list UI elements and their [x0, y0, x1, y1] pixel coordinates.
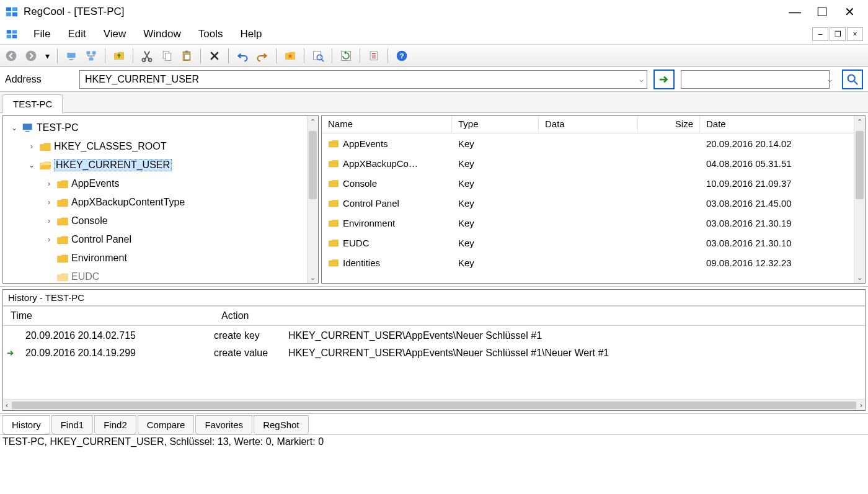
scroll-up-icon[interactable]: ⌃	[854, 116, 865, 127]
paste-button[interactable]	[178, 47, 195, 65]
tab-compare[interactable]: Compare	[138, 415, 195, 434]
scroll-down-icon[interactable]: ⌄	[308, 272, 318, 283]
cut-button[interactable]	[138, 47, 156, 65]
tab-find1[interactable]: Find1	[51, 415, 94, 434]
cell-type: Key	[452, 198, 539, 209]
history-row[interactable]: 20.09.2016 20.14.02.715create keyHKEY_CU…	[3, 327, 865, 344]
expand-icon[interactable]: ›	[44, 235, 54, 244]
search-input[interactable]	[681, 70, 830, 89]
maximize-button[interactable]: ☐	[808, 2, 836, 22]
expand-icon[interactable]: ›	[27, 142, 37, 151]
expand-icon[interactable]: ›	[44, 198, 54, 207]
tree-label: AppEvents	[71, 178, 119, 189]
collapse-icon[interactable]: ⌄	[27, 161, 37, 169]
redo-button[interactable]	[254, 47, 271, 65]
close-button[interactable]: ✕	[836, 2, 863, 22]
cell-type: Key	[452, 218, 539, 228]
refresh-button[interactable]	[337, 47, 355, 65]
tree-item-selected[interactable]: ⌄ HKEY_CURRENT_USER	[3, 156, 318, 174]
svg-rect-7	[12, 34, 17, 38]
history-row[interactable]: 20.09.2016 20.14.19.299create valueHKEY_…	[3, 344, 865, 362]
menu-window[interactable]: Window	[135, 25, 189, 43]
folder-open-icon	[39, 159, 51, 171]
folder-icon	[39, 141, 51, 152]
list-row[interactable]: IdentitiesKey09.08.2016 12.32.23	[322, 253, 865, 272]
column-type[interactable]: Type	[452, 116, 539, 133]
top-tab-testpc[interactable]: TEST-PC	[2, 94, 63, 113]
svg-point-8	[6, 50, 17, 61]
cell-name: Console	[343, 178, 377, 189]
tree-item[interactable]: › AppXBackupContentType	[3, 193, 318, 212]
tree-item[interactable]: › Control Panel	[3, 230, 318, 249]
nav-history-dropdown[interactable]: ▾	[42, 47, 52, 65]
menu-tools[interactable]: Tools	[190, 25, 232, 43]
menu-view[interactable]: View	[95, 25, 135, 43]
tree-panel: ⌄ TEST-PC › HKEY_CLASSES_ROOT ⌄ HKEY_CUR…	[2, 115, 319, 284]
mdi-restore-button[interactable]: ❐	[830, 27, 846, 41]
cell-type: Key	[452, 238, 539, 248]
undo-button[interactable]	[234, 47, 251, 65]
tab-favorites[interactable]: Favorites	[195, 415, 252, 434]
delete-button[interactable]	[206, 47, 223, 65]
history-col-time[interactable]: Time	[3, 310, 214, 321]
tab-regshot[interactable]: RegShot	[254, 415, 308, 434]
minimize-button[interactable]: —	[781, 2, 808, 22]
copy-button[interactable]	[158, 47, 175, 65]
list-row[interactable]: AppEventsKey20.09.2016 20.14.02	[322, 133, 865, 153]
svg-point-15	[143, 58, 146, 61]
list-row[interactable]: ConsoleKey10.09.2016 21.09.37	[322, 173, 865, 193]
collapse-icon[interactable]: ⌄	[9, 124, 19, 132]
expand-icon[interactable]: ›	[44, 217, 54, 225]
scroll-up-icon[interactable]: ⌃	[308, 116, 318, 127]
history-h-scroll[interactable]: ‹ ›	[3, 399, 865, 410]
search-button[interactable]	[842, 70, 863, 89]
tree-item[interactable]: Environment	[3, 249, 318, 267]
chevron-down-icon[interactable]: ⌵	[828, 75, 832, 84]
tree-item[interactable]: › AppEvents	[3, 174, 318, 193]
list-row[interactable]: Control PanelKey03.08.2016 21.45.00	[322, 193, 865, 213]
chevron-down-icon[interactable]: ⌵	[639, 75, 644, 84]
tree-scrollbar[interactable]: ⌃ ⌄	[307, 116, 318, 283]
expand-icon[interactable]: ›	[44, 179, 54, 188]
list-scrollbar[interactable]: ⌃ ⌄	[854, 116, 865, 283]
tree-item[interactable]: EUDC	[3, 267, 318, 284]
connect-button[interactable]	[63, 47, 80, 65]
column-name[interactable]: Name	[322, 116, 452, 133]
tab-find2[interactable]: Find2	[94, 415, 136, 434]
history-action: create key	[214, 330, 288, 341]
history-col-action[interactable]: Action	[214, 310, 865, 321]
favorites-button[interactable]	[281, 47, 299, 65]
scroll-down-icon[interactable]: ⌄	[854, 272, 865, 283]
folder-icon	[328, 258, 339, 267]
menu-help[interactable]: Help	[231, 25, 270, 43]
column-data[interactable]: Data	[539, 116, 638, 133]
history-time: 20.09.2016 20.14.19.299	[18, 348, 214, 359]
address-input[interactable]	[79, 70, 647, 89]
list-row[interactable]: EUDCKey03.08.2016 21.30.10	[322, 233, 865, 253]
column-size[interactable]: Size	[638, 116, 700, 133]
scroll-right-icon[interactable]: ›	[860, 401, 862, 410]
go-button[interactable]	[653, 70, 675, 89]
help-button[interactable]: ?	[393, 47, 410, 65]
find-button[interactable]	[309, 47, 327, 65]
network-button[interactable]	[82, 47, 100, 65]
regshot-button[interactable]	[365, 47, 383, 65]
column-date[interactable]: Date	[700, 116, 865, 133]
list-row[interactable]: EnvironmentKey03.08.2016 21.30.19	[322, 213, 865, 233]
tab-history[interactable]: History	[2, 415, 50, 434]
svg-rect-20	[185, 50, 188, 52]
mdi-close-button[interactable]: ×	[847, 27, 863, 41]
tree-root[interactable]: ⌄ TEST-PC	[3, 119, 318, 137]
tree-item[interactable]: › Console	[3, 212, 318, 230]
history-panel: History - TEST-PC Time Action 20.09.2016…	[2, 289, 866, 411]
tree-item[interactable]: › HKEY_CLASSES_ROOT	[3, 137, 318, 156]
nav-back-button[interactable]	[2, 47, 20, 65]
list-row[interactable]: AppXBackupCo…Key04.08.2016 05.31.51	[322, 153, 865, 173]
nav-forward-button[interactable]	[22, 47, 40, 65]
scroll-left-icon[interactable]: ‹	[6, 401, 8, 410]
mdi-minimize-button[interactable]: –	[812, 27, 828, 41]
svg-rect-18	[166, 53, 171, 60]
menu-file[interactable]: File	[25, 25, 59, 43]
menu-edit[interactable]: Edit	[59, 25, 94, 43]
up-button[interactable]	[110, 47, 128, 65]
